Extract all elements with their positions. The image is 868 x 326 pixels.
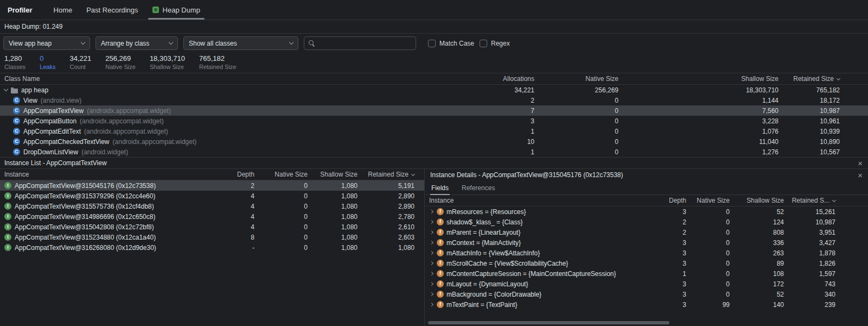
field-row[interactable]: f mBackground = {ColorDrawable} 3 0 52 3… [425, 289, 868, 299]
chevron-right-icon[interactable] [430, 251, 433, 255]
heap-name: app heap [21, 86, 48, 94]
col-shallow-size[interactable]: Shallow Size [308, 171, 358, 178]
chevron-right-icon[interactable] [430, 230, 433, 234]
tab-home-label: Home [54, 6, 73, 14]
col-depth[interactable]: Depth [225, 171, 254, 178]
chevron-right-icon[interactable] [430, 241, 433, 244]
col-native-size[interactable]: Native Size [686, 197, 730, 204]
instance-row[interactable]: I AppCompatTextView@314986696 (0x12c650c… [0, 211, 424, 222]
col-shallow-size[interactable]: Shallow Size [730, 197, 784, 204]
field-icon: f [437, 291, 444, 298]
chevron-right-icon[interactable] [430, 210, 433, 214]
chevron-down-icon[interactable] [4, 87, 8, 91]
chevron-down-icon [81, 40, 85, 45]
field-icon: f [437, 260, 444, 267]
instance-icon: I [4, 182, 11, 189]
search-box[interactable] [304, 36, 416, 50]
field-row[interactable]: f mAttachInfo = {View$AttachInfo} 3 0 26… [425, 248, 868, 258]
arrange-select[interactable]: Arrange by class [95, 36, 178, 50]
instance-shallow-size: 1,080 [308, 203, 358, 210]
class-name: AppCompatTextView [23, 107, 84, 115]
col-instance[interactable]: Instance [425, 197, 656, 204]
col-instance[interactable]: Instance [0, 171, 225, 178]
col-depth[interactable]: Depth [656, 197, 686, 204]
chevron-right-icon[interactable] [430, 292, 433, 296]
sort-desc-icon [411, 172, 415, 175]
regex-checkbox[interactable]: Regex [480, 40, 510, 47]
close-icon[interactable]: × [858, 159, 863, 167]
field-label: mLayout = {DynamicLayout} [446, 280, 528, 288]
stat-label: Retained Size [199, 64, 237, 70]
heap-native-size: 256,269 [534, 86, 618, 94]
col-allocations[interactable]: Allocations [418, 75, 534, 83]
class-native-size: 0 [534, 138, 618, 146]
class-row-appcompatedittext[interactable]: C AppCompatEditText (androidx.appcompat.… [0, 126, 868, 136]
instance-native-size: 0 [254, 234, 308, 241]
stat-label: Native Size [105, 64, 136, 70]
instance-shallow-size: 1,080 [308, 182, 358, 190]
instance-icon: I [4, 203, 11, 210]
instance-row[interactable]: I AppCompatTextView@315042808 (0x12c72bf… [0, 222, 424, 232]
chevron-right-icon[interactable] [430, 272, 433, 275]
tab-fields[interactable]: Fields [430, 181, 450, 195]
tab-references[interactable]: References [461, 181, 496, 195]
field-row[interactable]: f shadow$_klass_ = {Class} 2 0 124 10,98… [425, 217, 868, 227]
field-row[interactable]: f mContentCaptureSession = {MainContentC… [425, 268, 868, 279]
instance-icon: I [4, 223, 11, 230]
col-retained-size[interactable]: Retained S... [784, 197, 868, 204]
class-row-dropdownlistview[interactable]: C DropDownListView (android.widget) 1 0 … [0, 147, 868, 157]
field-row[interactable]: f mParent = {LinearLayout} 2 0 808 3,951 [425, 227, 868, 237]
field-row[interactable]: f mContext = {MainActivity} 3 0 336 3,42… [425, 237, 868, 248]
instance-row[interactable]: I AppCompatTextView@316268080 (0x12d9de3… [0, 242, 424, 253]
heap-select[interactable]: View app heap [3, 36, 90, 50]
field-shallow-size: 52 [730, 208, 784, 216]
class-name: AppCompatEditText [23, 128, 81, 135]
col-native-size[interactable]: Native Size [534, 75, 618, 83]
class-allocations: 7 [418, 107, 534, 115]
field-shallow-size: 52 [730, 291, 784, 298]
match-case-checkbox[interactable]: Match Case [428, 40, 474, 47]
field-icon: f [437, 249, 444, 256]
instance-row[interactable]: I AppCompatTextView@315045176 (0x12c7353… [0, 180, 424, 191]
col-class-name[interactable]: Class Name [0, 75, 418, 83]
chevron-right-icon[interactable] [430, 303, 433, 306]
stat-leaks[interactable]: 0 Leaks [40, 54, 55, 73]
field-row[interactable]: f mLayout = {DynamicLayout} 3 0 172 743 [425, 279, 868, 289]
field-depth: 3 [656, 280, 686, 288]
instance-row[interactable]: I AppCompatTextView@315234880 (0x12ca1a4… [0, 232, 424, 242]
instance-row[interactable]: I AppCompatTextView@315575736 (0x12cf4db… [0, 201, 424, 211]
class-row-view[interactable]: C View (android.view) 2 0 1,144 18,172 [0, 95, 868, 105]
class-name: View [23, 97, 37, 104]
class-row-appcompatcheckedtextview[interactable]: C AppCompatCheckedTextView (androidx.app… [0, 136, 868, 147]
match-case-label: Match Case [439, 40, 474, 47]
instance-label: AppCompatTextView@314986696 (0x12c650c8) [15, 213, 155, 221]
chevron-right-icon[interactable] [430, 282, 433, 286]
field-row[interactable]: f mTextPaint = {TextPaint} 3 99 140 239 [425, 299, 868, 310]
tab-heap-dump[interactable]: Heap Dump [145, 0, 207, 20]
class-shallow-size: 11,040 [618, 138, 778, 146]
class-allocations: 10 [418, 138, 534, 146]
field-row[interactable]: f mScrollCache = {View$ScrollabilityCach… [425, 258, 868, 268]
chevron-right-icon[interactable] [430, 220, 433, 224]
col-shallow-size[interactable]: Shallow Size [618, 75, 778, 83]
col-retained-size[interactable]: Retained Size [778, 75, 868, 83]
close-icon[interactable]: × [858, 171, 863, 179]
horizontal-scrollbar[interactable] [428, 321, 669, 324]
class-icon: C [13, 107, 20, 114]
field-row[interactable]: f mResources = {Resources} 3 0 52 15,261 [425, 206, 868, 217]
chevron-right-icon[interactable] [430, 261, 433, 265]
class-filter-select[interactable]: Show all classes [183, 36, 298, 50]
instance-details-panel: Instance Details - AppCompatTextView@315… [425, 169, 868, 326]
tab-past-recordings[interactable]: Past Recordings [79, 0, 145, 20]
class-row-appcompattextview[interactable]: C AppCompatTextView (androidx.appcompat.… [0, 105, 868, 116]
field-shallow-size: 89 [730, 260, 784, 267]
field-retained-size: 15,261 [784, 208, 868, 216]
search-input[interactable] [319, 40, 411, 47]
col-retained-size[interactable]: Retained Size [358, 171, 424, 178]
col-native-size[interactable]: Native Size [254, 171, 308, 178]
tab-home[interactable]: Home [47, 0, 80, 20]
heap-row[interactable]: app heap 34,221 256,269 18,303,710 765,1… [0, 85, 868, 95]
class-row-appcompatbutton[interactable]: C AppCompatButton (androidx.appcompat.wi… [0, 116, 868, 126]
stat-label: Leaks [40, 64, 55, 70]
instance-row[interactable]: I AppCompatTextView@315379296 (0x12cc4e6… [0, 191, 424, 201]
